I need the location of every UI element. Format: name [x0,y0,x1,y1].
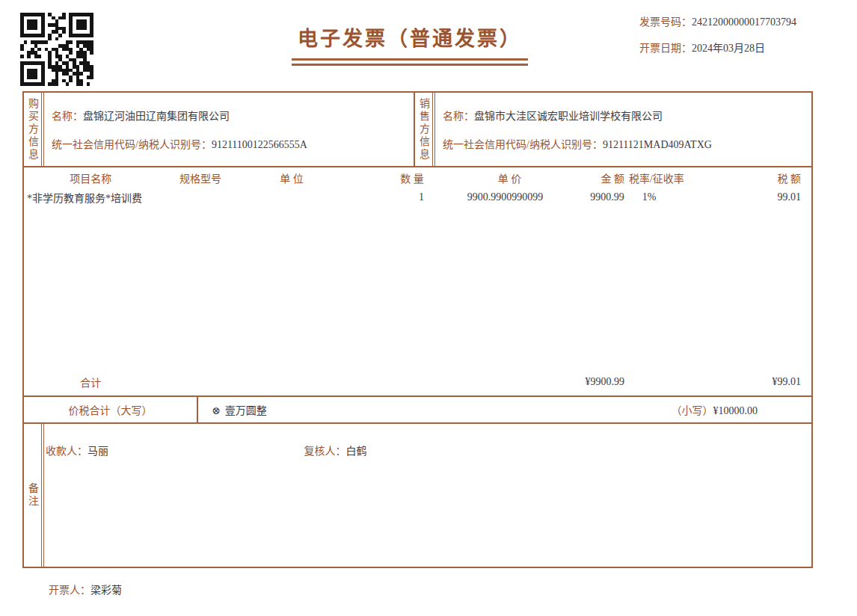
totals-label: 合计 [25,375,156,389]
reviewer-label: 复核人： [304,446,346,457]
total-amount: ¥9900.99 [547,376,629,388]
item-name: *非学历教育服务*培训费 [25,190,156,205]
buyer-name-value: 盘锦辽河油田辽南集团有限公司 [83,111,230,122]
invoice-body: 购买方信息 名称：盘锦辽河油田辽南集团有限公司 统一社会信用代码/纳税人识别号：… [22,91,813,568]
col-header-item-name: 项目名称 [25,170,156,185]
item-qty: 1 [338,191,424,203]
seller-taxid-label: 统一社会信用代码/纳税人识别号： [443,139,603,150]
buyer-info: 名称：盘锦辽河油田辽南集团有限公司 统一社会信用代码/纳税人识别号：912111… [44,93,414,166]
remarks-section: 备注 收款人：马丽 复核人：白鹤 [24,424,811,567]
payee-label: 收款人： [46,446,87,457]
col-header-tax: 税 额 [704,170,810,185]
col-header-qty: 数 量 [338,170,424,185]
invoice-date-value: 2024年03月28日 [692,43,765,54]
invoice-number-line: 发票号码：24212000000017703794 [639,16,796,28]
payee-value: 马丽 [87,446,108,457]
item-unit-price: 9900.9900990099 [424,191,547,203]
seller-info: 名称：盘锦市大洼区诚宏职业培训学校有限公司 统一社会信用代码/纳税人识别号：91… [435,93,811,166]
items-table: 项目名称 规格型号 单 位 数 量 单 价 金 额 税率/征收率 税 额 *非学… [24,167,811,395]
item-row: *非学历教育服务*培训费 1 9900.9900990099 9900.99 1… [25,188,810,206]
invoice-date-line: 开票日期：2024年03月28日 [639,43,796,55]
figures-value: ¥10000.00 [713,405,758,416]
seller-taxid-field: 统一社会信用代码/纳税人识别号：91211121MAD409ATXG [443,136,811,151]
totals-row: 合计 ¥9900.99 ¥99.01 [25,369,810,395]
buyer-taxid-value: 91211100122566555A [212,139,307,150]
item-tax: 99.01 [704,191,810,203]
items-header-row: 项目名称 规格型号 单 位 数 量 单 价 金 额 税率/征收率 税 额 [25,167,810,188]
amount-words-value: 壹万圆整 [225,405,267,416]
col-header-amount: 金 额 [547,170,629,185]
buyer-name-field: 名称：盘锦辽河油田辽南集团有限公司 [52,108,414,123]
col-header-unit-price: 单 价 [424,170,547,185]
seller-name-value: 盘锦市大洼区诚宏职业培训学校有限公司 [474,111,663,122]
amount-in-figures: （小写）¥10000.00 [672,402,812,417]
item-tax-rate: 1% [629,191,704,203]
seller-section-label: 销售方信息 [414,93,435,166]
items-empty-space [25,206,810,369]
drawer-value: 梁彩菊 [90,585,122,596]
amount-in-words: ⊗壹万圆整 [198,402,267,417]
buyer-taxid-label: 统一社会信用代码/纳税人识别号： [52,139,212,150]
col-header-spec: 规格型号 [156,170,245,185]
seller-name-label: 名称： [443,111,474,122]
party-section: 购买方信息 名称：盘锦辽河油田辽南集团有限公司 统一社会信用代码/纳税人识别号：… [24,93,811,167]
invoice-number-value: 24212000000017703794 [692,16,796,28]
title-underline [292,58,528,66]
remarks-section-label: 备注 [24,424,44,567]
item-amount: 9900.99 [547,191,629,203]
buyer-name-label: 名称： [52,111,83,122]
drawer-label: 开票人： [49,585,90,596]
drawer-field: 开票人：梁彩菊 [49,582,122,597]
summary-section: 价税合计（大写） ⊗壹万圆整 （小写）¥10000.00 [24,395,811,424]
remarks-content: 收款人：马丽 复核人：白鹤 [44,424,811,567]
payee-field: 收款人：马丽 [46,443,301,458]
col-header-tax-rate: 税率/征收率 [629,170,704,185]
figures-label: （小写） [672,405,713,416]
invoice-number-label: 发票号码： [639,16,692,28]
reviewer-value: 白鹤 [346,446,367,457]
invoice-date-label: 开票日期： [639,43,692,54]
qr-code [20,13,93,86]
buyer-section-label: 购买方信息 [24,93,44,166]
col-header-unit: 单 位 [245,170,339,185]
invoice-page: 电子发票（普通发票） 发票号码：24212000000017703794 开票日… [0,0,857,616]
currency-check-icon: ⊗ [212,405,221,416]
invoice-title: 电子发票（普通发票） [292,22,528,52]
reviewer-field: 复核人：白鹤 [304,443,367,458]
summary-label: 价税合计（大写） [24,397,198,422]
invoice-title-block: 电子发票（普通发票） [292,22,528,66]
total-tax: ¥99.01 [704,376,810,388]
buyer-taxid-field: 统一社会信用代码/纳税人识别号：91211100122566555A [52,136,414,151]
seller-name-field: 名称：盘锦市大洼区诚宏职业培训学校有限公司 [443,108,811,123]
seller-taxid-value: 91211121MAD409ATXG [603,139,712,150]
invoice-meta: 发票号码：24212000000017703794 开票日期：2024年03月2… [639,16,796,55]
